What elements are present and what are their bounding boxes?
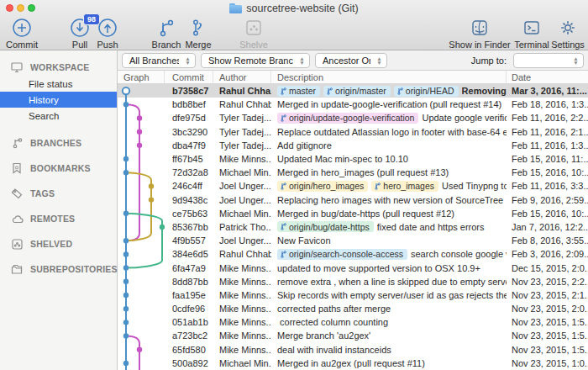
- remotes-cloud-icon: [10, 214, 24, 224]
- sidebar-section-tags[interactable]: TAGS: [0, 181, 117, 206]
- graph-cell: [118, 193, 165, 207]
- graph-cell: [118, 261, 165, 274]
- branch-tag: hero_images: [371, 181, 438, 192]
- commit-author: Mike Minns...: [213, 302, 271, 315]
- commit-date: Nov 23, 2015, 1:0...: [507, 357, 588, 370]
- merge-button[interactable]: Merge: [181, 17, 215, 50]
- stepper-icon: ▲▼: [184, 56, 192, 66]
- sidebar-item-history[interactable]: History: [0, 92, 117, 108]
- table-row[interactable]: 72d32a8Michael Min...Merged in hero_imag…: [118, 166, 588, 179]
- commit-description: updated to move supported version to OSX…: [271, 261, 507, 274]
- window-chrome: sourcetree-website (Git) Commit 98 Pull: [0, 0, 588, 50]
- commit-author: Michael Min...: [213, 357, 271, 370]
- terminal-button[interactable]: Terminal: [512, 17, 551, 50]
- column-header-author[interactable]: Author: [213, 71, 271, 83]
- sidebar-item-file-status[interactable]: File status: [0, 76, 117, 92]
- table-row[interactable]: 4f9b557Joel Unger...New FaviconFeb 8, 20…: [118, 234, 588, 247]
- table-row[interactable]: faa195eMike Minns...Skip records with em…: [118, 288, 588, 302]
- commit-hash: 384e6d5: [165, 247, 213, 261]
- commit-description: Replacing hero images with new version o…: [271, 193, 507, 207]
- commit-date: Nov 23, 2015, 1:5...: [507, 315, 588, 329]
- table-row[interactable]: 85367bbPatrick Tho...origin/bug/date-htt…: [118, 220, 588, 234]
- column-header-commit[interactable]: Commit: [165, 71, 213, 83]
- jump-to-combobox[interactable]: ▲▼: [513, 53, 584, 68]
- toolbar: Commit 98 Pull Push Branch: [0, 16, 588, 50]
- commit-date: Mar 3, 2016, 11:...: [507, 84, 588, 98]
- shelve-button[interactable]: Shelve: [237, 17, 270, 50]
- sidebar-section-workspace[interactable]: WORKSPACE: [0, 59, 117, 76]
- commit-author: Rahul Chhab...: [213, 247, 271, 261]
- sidebar-section-remotes[interactable]: REMOTES: [0, 206, 117, 231]
- branch-tag: origin/update-google-verification: [277, 113, 418, 124]
- sidebar-section-branches[interactable]: BRANCHES: [0, 130, 117, 156]
- branch-button[interactable]: Branch: [149, 17, 184, 50]
- table-row[interactable]: 3bc3290Tyler Tadej...Replace outdated At…: [118, 125, 588, 139]
- commit-date: Jan 7, 2016, 12:2...: [507, 220, 588, 234]
- sidebar-item-search[interactable]: Search: [0, 108, 117, 124]
- commit-description: deal with invalid instanceids: [271, 343, 507, 357]
- commit-hash: dfe975d: [165, 111, 213, 124]
- table-row[interactable]: dfe975dTyler Tadej...origin/update-googl…: [118, 111, 588, 124]
- show-in-finder-button[interactable]: Show in Finder: [452, 17, 507, 50]
- table-row[interactable]: a723bc2Mike Minns...Merge branch 'au2gex…: [118, 329, 588, 342]
- commit-hash: 85367bb: [165, 220, 213, 234]
- graph-cell: [118, 111, 165, 124]
- pull-button[interactable]: 98 Pull: [66, 17, 94, 50]
- commit-hash: 246c4ff: [165, 179, 213, 193]
- graph-cell: [118, 275, 165, 288]
- table-row[interactable]: b7358c7Rahul Chha...masterorigin/mastero…: [118, 84, 588, 98]
- push-button[interactable]: Push: [92, 17, 123, 50]
- stepper-icon: ▲▼: [375, 56, 383, 66]
- commit-description: origin/update-google-verificationUpdate …: [271, 111, 507, 124]
- commit-hash: 6fa47a9: [165, 261, 213, 274]
- remote-branches-dropdown[interactable]: Show Remote Branches ▲▼: [201, 53, 310, 68]
- commit-author: Joel Unger...: [213, 234, 271, 247]
- sidebar-section-bookmarks[interactable]: BOOKMARKS: [0, 156, 117, 181]
- shelved-icon: [10, 239, 24, 250]
- sidebar-section-subrepositories[interactable]: SUBREPOSITORIES: [0, 256, 117, 282]
- table-row[interactable]: 6fa47a9Mike Minns...updated to move supp…: [118, 261, 588, 274]
- commit-date: Nov 23, 2015, 2:1...: [507, 288, 588, 302]
- sidebar-section-shelved[interactable]: SHELVED: [0, 231, 117, 256]
- table-row[interactable]: dba47f9Tyler Tadej...Add gitignoreFeb 11…: [118, 139, 588, 152]
- column-header-description[interactable]: Description: [271, 71, 507, 83]
- commit-description: origin/hero_imageshero_imagesUsed Tinypn…: [271, 179, 507, 193]
- stepper-icon: ▲▼: [572, 56, 580, 66]
- branches-filter-dropdown[interactable]: All Branches ▲▼: [122, 53, 196, 68]
- sourcetree-window: sourcetree-website (Git) Commit 98 Pull: [0, 0, 588, 370]
- table-row[interactable]: 500a892Michael Min...Merged in au2gex (p…: [118, 357, 588, 370]
- stepper-icon: ▲▼: [298, 56, 306, 66]
- table-row[interactable]: 051ab1bMike Minns... corrected column co…: [118, 315, 588, 329]
- table-row[interactable]: 246c4ffJoel Unger...origin/hero_imageshe…: [118, 179, 588, 193]
- commit-author: Joel Unger...: [213, 193, 271, 207]
- jump-to-label: Jump to:: [471, 56, 507, 66]
- table-row[interactable]: 0cdfe96Mike Minns...corrected paths afte…: [118, 302, 588, 315]
- table-row[interactable]: 65fd580Mike Minns...deal with invalid in…: [118, 343, 588, 357]
- column-header-graph[interactable]: Graph: [118, 71, 165, 83]
- sort-order-dropdown[interactable]: Ancestor Order ▲▼: [315, 53, 387, 68]
- commit-author: Mike Minns...: [213, 261, 271, 274]
- commit-author: Joel Unger...: [213, 179, 271, 193]
- workspace-icon: [10, 62, 24, 73]
- commit-author: Mike Minns...: [213, 315, 271, 329]
- table-row[interactable]: 384e6d5Rahul Chhab...origin/search-conso…: [118, 247, 588, 261]
- push-icon: [97, 17, 118, 39]
- table-row[interactable]: ce75b63Michael Min...Merged in bug/date-…: [118, 207, 588, 220]
- commit-date: Feb 15, 2016, 11:...: [507, 152, 588, 166]
- branch-tag: origin/bug/date-https: [277, 221, 374, 232]
- column-header-date[interactable]: Date: [507, 71, 588, 83]
- table-row[interactable]: 8dd87bbMike Minns...remove extra , when …: [118, 275, 588, 288]
- commit-hash: dba47f9: [165, 139, 213, 152]
- commit-hash: 051ab1b: [165, 315, 213, 329]
- table-row[interactable]: 9d9438cJoel Unger...Replacing hero image…: [118, 193, 588, 207]
- commit-date: Feb 18, 2016, 1:3...: [507, 98, 588, 111]
- tags-icon: [10, 188, 24, 199]
- commit-author: Rahul Chhab...: [213, 98, 271, 111]
- commit-hash: b7358c7: [165, 84, 213, 98]
- table-row[interactable]: ff67b45Mike Minns...Updated Mac min-spec…: [118, 152, 588, 166]
- commit-description: Merged in bug/date-https (pull request #…: [271, 207, 507, 220]
- table-row[interactable]: bdb8befRahul Chhab...Merged in update-go…: [118, 98, 588, 111]
- settings-button[interactable]: Settings: [549, 17, 586, 50]
- commit-date: Nov 23, 2015, 2:2...: [507, 275, 588, 288]
- commit-button[interactable]: Commit: [3, 17, 40, 50]
